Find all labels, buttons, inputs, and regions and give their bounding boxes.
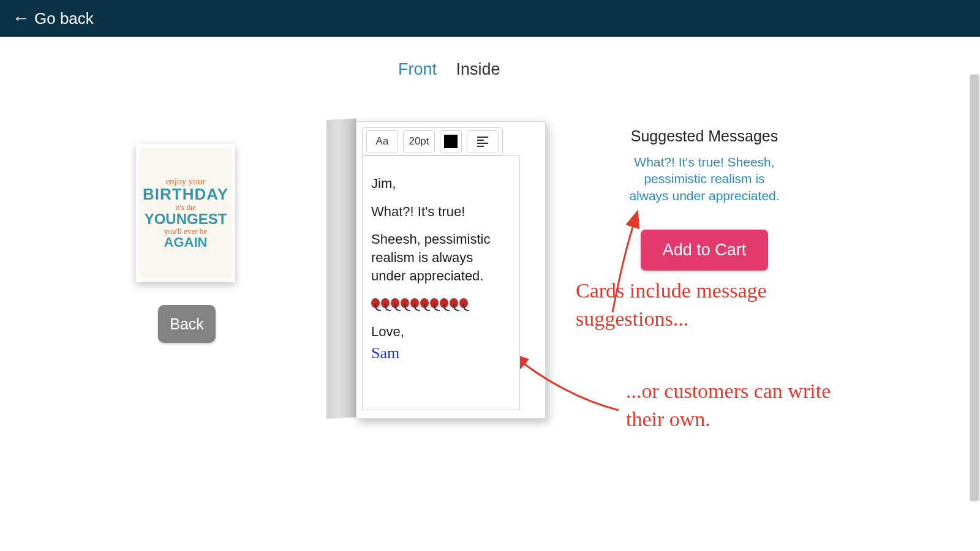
scrollbar-thumb[interactable] <box>970 75 979 501</box>
top-bar: ← Go back <box>0 0 980 37</box>
balloon-icon <box>381 294 390 313</box>
balloon-row <box>371 294 511 313</box>
card-editor: Aa 20pt Jim, What?! It's true! Sheesh, p… <box>326 121 545 418</box>
balloon-icon <box>401 294 409 313</box>
message-closing: Love, <box>371 323 511 341</box>
balloon-icon <box>440 294 448 313</box>
tab-front[interactable]: Front <box>398 60 437 78</box>
go-back-label: Go back <box>34 9 94 28</box>
font-size-button[interactable]: 20pt <box>403 130 435 152</box>
annotation-write-own: ...or customers can write their own. <box>626 377 834 433</box>
preview-line-2: BIRTHDAY <box>143 186 228 203</box>
balloon-icon <box>391 294 399 313</box>
text-toolbar: Aa 20pt <box>362 127 503 156</box>
tab-inside[interactable]: Inside <box>456 60 500 78</box>
align-left-icon <box>477 137 488 147</box>
back-button[interactable]: Back <box>158 305 216 343</box>
message-greeting: Jim, <box>371 174 511 193</box>
card-message-editor[interactable]: Jim, What?! It's true! Sheesh, pessimist… <box>362 156 520 410</box>
balloon-icon <box>459 294 468 313</box>
balloon-icon <box>450 294 458 313</box>
preview-line-3: it's the <box>175 203 196 212</box>
message-line-1: What?! It's true! <box>371 203 511 221</box>
color-swatch-icon <box>444 135 458 148</box>
balloon-icon <box>410 294 419 313</box>
suggested-panel: Suggested Messages What?! It's true! She… <box>626 127 783 271</box>
message-signature: Sam <box>371 342 511 364</box>
card-front-preview: enjoy your BIRTHDAY it's the YOUNGEST yo… <box>136 144 235 282</box>
card-spine <box>326 118 356 419</box>
go-back-link[interactable]: ← Go back <box>12 9 94 28</box>
balloon-icon <box>430 294 439 313</box>
balloon-icon <box>371 294 380 313</box>
card-front-thumbnail[interactable]: enjoy your BIRTHDAY it's the YOUNGEST yo… <box>136 144 235 282</box>
text-align-button[interactable] <box>467 130 499 152</box>
font-picker-button[interactable]: Aa <box>366 130 398 152</box>
annotation-suggestions: Cards include message suggestions... <box>576 277 821 333</box>
arrow-left-icon: ← <box>12 10 29 27</box>
message-line-2: Sheesh, pessimistic realism is always un… <box>371 230 511 285</box>
balloon-icon <box>420 294 429 313</box>
view-tabs: Front Inside <box>398 60 515 79</box>
preview-line-4: YOUNGEST <box>145 211 227 227</box>
suggested-message[interactable]: What?! It's true! Sheesh, pessimistic re… <box>626 154 783 204</box>
text-color-button[interactable] <box>440 130 462 152</box>
add-to-cart-button[interactable]: Add to Cart <box>641 230 769 271</box>
preview-line-5: you'll ever be <box>164 227 207 236</box>
suggested-title: Suggested Messages <box>626 127 783 145</box>
preview-line-6: AGAIN <box>164 235 208 249</box>
